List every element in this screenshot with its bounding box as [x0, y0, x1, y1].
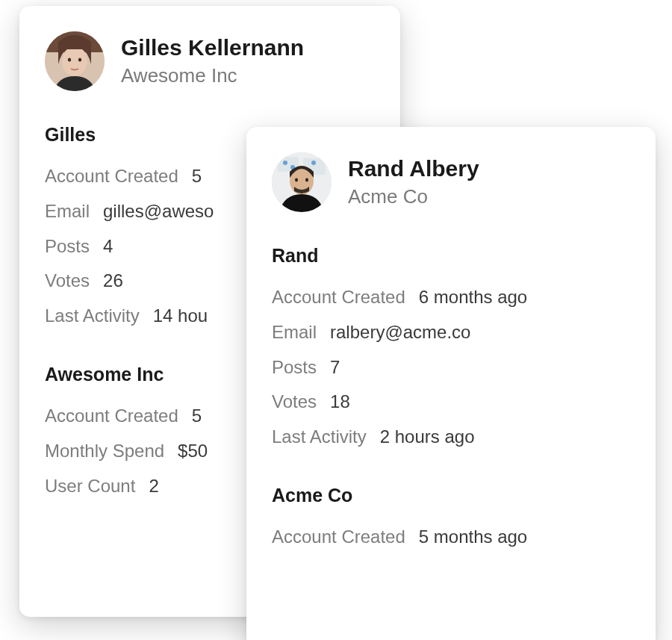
svg-point-12 [295, 178, 298, 182]
company-name: Awesome Inc [121, 64, 304, 87]
svg-point-2 [62, 46, 87, 76]
field-value: 5 [192, 159, 202, 194]
card-header: Gilles Kellernann Awesome Inc [45, 31, 375, 91]
field-value: 18 [330, 385, 350, 420]
field-label: Votes [272, 385, 317, 420]
field-value: 6 months ago [419, 280, 527, 315]
person-name: Gilles Kellernann [121, 34, 304, 61]
section-title-user: Rand [272, 245, 630, 267]
field-label: Account Created [272, 520, 405, 555]
field-account-created: Account Created 6 months ago [272, 280, 630, 315]
field-label: Email [272, 315, 317, 350]
header-text: Rand Albery Acme Co [348, 155, 479, 208]
user-section: Rand Account Created 6 months ago Email … [272, 245, 630, 455]
field-account-created: Account Created 5 months ago [272, 520, 630, 555]
field-value: 14 hou [153, 299, 208, 334]
svg-point-10 [311, 161, 316, 165]
company-section: Acme Co Account Created 5 months ago [272, 485, 630, 555]
field-value: gilles@aweso [103, 194, 214, 229]
field-posts: Posts 7 [272, 350, 630, 385]
field-label: Account Created [45, 399, 178, 434]
company-name: Acme Co [348, 185, 479, 208]
field-label: User Count [45, 469, 135, 504]
avatar-icon [45, 31, 105, 91]
field-label: Last Activity [45, 299, 140, 334]
field-value: 7 [330, 350, 340, 385]
field-label: Account Created [272, 280, 405, 315]
svg-point-13 [305, 178, 308, 182]
field-label: Last Activity [272, 420, 367, 455]
field-value: 26 [103, 264, 123, 299]
field-value: 2 [149, 469, 158, 504]
field-value: $50 [178, 434, 208, 469]
field-value: 5 [192, 399, 202, 434]
field-label: Monthly Spend [45, 434, 164, 469]
field-email: Email ralbery@acme.co [272, 315, 630, 350]
field-votes: Votes 18 [272, 385, 630, 420]
field-label: Posts [45, 229, 90, 264]
field-last-activity: Last Activity 2 hours ago [272, 420, 630, 455]
svg-point-4 [78, 58, 81, 61]
user-profile-card: Rand Albery Acme Co Rand Account Created… [246, 127, 656, 640]
field-label: Votes [45, 264, 90, 299]
field-label: Posts [272, 350, 317, 385]
svg-point-8 [283, 161, 287, 165]
avatar-icon [272, 152, 332, 212]
avatar [45, 31, 105, 91]
person-name: Rand Albery [348, 155, 479, 182]
field-value: 5 months ago [419, 520, 527, 555]
avatar [272, 152, 332, 212]
field-label: Email [45, 194, 90, 229]
svg-point-3 [68, 58, 71, 61]
header-text: Gilles Kellernann Awesome Inc [121, 34, 304, 87]
card-header: Rand Albery Acme Co [272, 152, 630, 212]
field-label: Account Created [45, 159, 178, 194]
field-value: ralbery@acme.co [330, 315, 470, 350]
section-title-company: Acme Co [272, 485, 630, 506]
field-value: 2 hours ago [380, 420, 475, 455]
field-value: 4 [103, 229, 113, 264]
